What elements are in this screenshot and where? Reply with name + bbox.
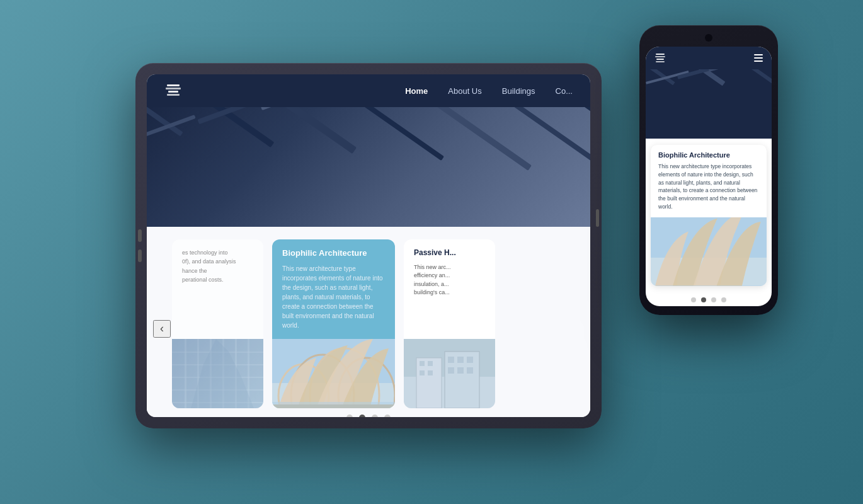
svg-rect-48 [457,357,464,363]
card-right-description: This new arc...efficiency an...insulatio… [414,263,485,297]
svg-rect-38 [272,402,395,408]
card-center-description: This new architecture type incorporates … [282,264,385,330]
tablet-side-buttons [138,229,142,262]
svg-rect-70 [651,285,767,286]
card-left-description: es technology into0f), and data analysis… [182,248,253,285]
card-center-text: Biophilic Architecture This new architec… [272,239,395,339]
svg-rect-3 [167,94,180,96]
phone-device: Biophilic Architecture This new architec… [639,25,778,315]
svg-rect-2 [168,91,178,93]
volume-up-button[interactable] [138,229,142,242]
nav-link-buildings[interactable]: Buildings [502,86,535,96]
svg-rect-5 [193,107,274,147]
scene: Home About Us Buildings Co... [85,25,778,479]
svg-rect-43 [420,361,425,366]
svg-rect-55 [656,59,664,60]
phone-dot-1[interactable] [691,297,696,302]
nav-link-more[interactable]: Co... [556,86,573,96]
tablet-carousel-section: ‹ es technology into0f), and data analys… [147,227,590,417]
svg-rect-17 [172,339,263,408]
tablet-navbar: Home About Us Buildings Co... [147,74,590,107]
svg-rect-50 [448,367,454,374]
card-center-image [272,339,395,408]
svg-rect-1 [166,88,181,89]
phone-camera [705,34,712,42]
svg-rect-23 [248,339,249,408]
card-right-image [404,339,495,408]
svg-rect-26 [172,377,263,378]
card-left-text: es technology into0f), and data analysis… [172,239,263,339]
svg-rect-53 [656,54,665,55]
svg-rect-6 [248,107,357,154]
svg-rect-20 [210,339,212,408]
tablet-nav-links: Home About Us Buildings Co... [405,86,573,96]
phone-dot-3[interactable] [711,297,716,302]
tablet-device: Home About Us Buildings Co... [135,63,602,428]
tablet-hero-image [147,107,590,227]
svg-rect-21 [222,339,224,408]
phone-card-image [651,217,767,287]
svg-rect-47 [448,357,454,363]
svg-rect-27 [172,389,263,391]
phone-carousel-dots [646,292,772,306]
svg-rect-14 [261,107,351,110]
svg-rect-54 [655,56,665,57]
carousel-card-right: Passive H... This new arc...efficiency a… [404,239,495,408]
svg-rect-8 [372,107,532,171]
hamburger-line-1 [754,54,763,55]
phone-dot-4[interactable] [721,297,726,302]
hamburger-line-3 [754,60,763,62]
nav-link-home[interactable]: Home [405,86,428,96]
svg-rect-0 [167,84,180,86]
phone-card-text-area: Biophilic Architecture This new architec… [651,145,767,217]
svg-rect-46 [428,370,433,375]
phone-screen: Biophilic Architecture This new architec… [646,47,772,306]
phone-dot-2[interactable] [701,297,706,302]
carousel-card-left: es technology into0f), and data analysis… [172,239,263,408]
card-right-title: Passive H... [414,248,485,258]
phone-logo [654,52,666,64]
chevron-left-icon: ‹ [160,322,164,335]
svg-rect-28 [172,402,263,403]
carousel-card-center: Biophilic Architecture This new architec… [272,239,395,408]
carousel-dot-3[interactable] [372,415,378,417]
hamburger-line-2 [754,57,763,59]
svg-rect-24 [172,352,263,353]
phone-hero-image [646,69,772,139]
carousel-cards: es technology into0f), and data analysis… [172,239,565,408]
svg-rect-22 [235,339,237,408]
phone-navbar [646,47,772,69]
tablet-logo [164,82,182,100]
phone-card-description: This new architecture type incorporates … [658,163,759,211]
card-right-text: Passive H... This new arc...efficiency a… [404,239,495,339]
carousel-prev-button[interactable]: ‹ [153,320,171,338]
card-left-image [172,339,263,408]
hamburger-menu-button[interactable] [754,54,763,62]
nav-link-about[interactable]: About Us [448,86,481,96]
carousel-dot-1[interactable] [346,415,353,417]
carousel-dot-4[interactable] [384,415,391,417]
carousel-dots [172,408,565,417]
volume-down-button[interactable] [138,249,142,262]
power-button[interactable] [596,209,599,227]
svg-rect-52 [467,367,473,374]
phone-card-main: Biophilic Architecture This new architec… [651,145,767,286]
hero-lines-overlay [147,107,590,227]
svg-rect-19 [197,339,199,408]
svg-rect-18 [185,339,186,408]
svg-rect-44 [428,361,433,366]
svg-rect-49 [467,357,473,363]
svg-rect-57 [646,69,772,139]
phone-card-title: Biophilic Architecture [658,151,759,159]
card-center-title: Biophilic Architecture [282,248,385,259]
svg-rect-45 [420,370,425,375]
svg-rect-56 [656,61,665,62]
svg-marker-29 [191,339,254,408]
tablet-screen: Home About Us Buildings Co... [147,74,590,417]
svg-rect-51 [457,367,464,374]
phone-hero-overlay [646,69,772,139]
svg-rect-25 [172,364,263,365]
carousel-dot-2[interactable] [359,415,365,417]
logo-icon [164,82,182,100]
